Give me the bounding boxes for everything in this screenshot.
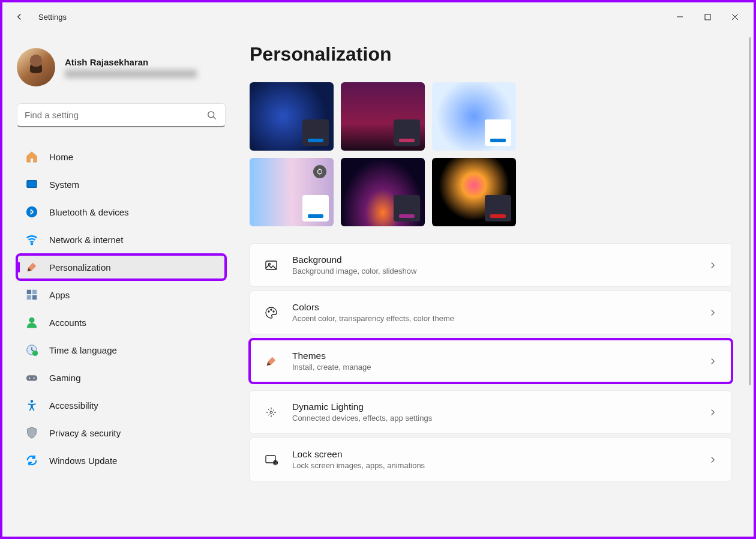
update-icon [25,454,38,467]
setting-themes[interactable]: Themes Install, create, manage [250,339,732,383]
sidebar-item-accounts[interactable]: Accounts [17,310,226,335]
back-button[interactable] [7,5,31,29]
main-content: Personalization Background Background im… [230,31,754,537]
user-name: Atish Rajasekharan [65,57,197,67]
setting-colors[interactable]: Colors Accent color, transparency effect… [250,291,732,334]
maximize-button[interactable] [694,7,721,26]
user-email-redacted [65,70,197,78]
svg-point-25 [271,309,272,310]
chevron-right-icon [707,407,718,418]
maximize-icon [704,14,711,20]
setting-desc: Background image, color, slideshow [292,266,694,276]
sidebar-item-label: Gaming [49,373,81,383]
svg-point-19 [34,378,35,379]
wifi-icon [25,233,38,246]
setting-text: Dynamic Lighting Connected devices, effe… [292,402,694,423]
svg-point-4 [208,111,214,117]
setting-desc: Install, create, manage [292,363,694,372]
svg-rect-13 [32,295,37,300]
arrow-left-icon [14,11,25,22]
svg-rect-1 [705,14,710,20]
sidebar-item-bluetooth[interactable]: Bluetooth & devices [17,199,226,224]
sidebar-item-label: Accessibility [49,400,98,411]
picture-icon [263,257,279,273]
chevron-right-icon [707,260,718,271]
window-controls [666,7,749,26]
setting-dynamic-lighting[interactable]: Dynamic Lighting Connected devices, effe… [250,390,732,434]
sidebar-item-privacy[interactable]: Privacy & security [17,420,226,445]
theme-tile-windows-light-blue[interactable] [432,82,516,151]
theme-tile-flow-dark[interactable] [432,158,516,226]
chevron-right-icon [707,307,718,318]
sidebar-item-label: Windows Update [49,456,117,466]
svg-point-20 [31,400,34,403]
gaming-icon [25,371,38,384]
setting-background[interactable]: Background Background image, color, slid… [250,243,732,287]
svg-point-23 [269,263,271,265]
setting-desc: Accent color, transparency effects, colo… [292,314,694,323]
svg-line-5 [214,116,216,119]
bluetooth-icon [25,205,38,218]
sidebar-item-time[interactable]: Time & language [17,337,226,363]
sidebar-item-apps[interactable]: Apps [17,282,226,307]
minimize-button[interactable] [666,7,694,26]
sidebar-item-system[interactable]: System [17,172,226,197]
setting-title: Themes [292,351,694,361]
setting-title: Colors [292,302,694,313]
time-icon [25,343,38,357]
apps-icon [25,288,38,301]
svg-point-8 [26,206,37,217]
sidebar-item-wifi[interactable]: Network & internet [17,227,226,252]
privacy-icon [25,426,38,439]
theme-tile-glow-magenta[interactable] [341,82,425,151]
setting-desc: Connected devices, effects, app settings [292,414,694,423]
setting-text: Background Background image, color, slid… [292,254,694,276]
svg-point-9 [31,243,32,244]
sidebar-item-label: Time & language [49,345,117,355]
user-profile[interactable]: Atish Rajasekharan [17,48,230,86]
theme-tile-sunrise-dark[interactable] [341,158,425,226]
sidebar-item-label: Accounts [49,318,86,328]
svg-rect-11 [32,290,37,294]
search-input[interactable] [25,110,206,120]
theme-preview-accent [302,195,329,221]
search-box[interactable] [17,103,226,127]
sidebar-item-label: Personalization [49,262,111,273]
palette-icon [263,305,279,321]
setting-text: Lock screen Lock screen images, apps, an… [292,449,694,470]
svg-rect-12 [27,295,31,300]
home-icon [25,150,38,163]
theme-preview-accent [485,195,511,221]
window-title: Settings [38,13,67,22]
search-icon [206,109,218,121]
sidebar-item-label: Bluetooth & devices [49,207,129,217]
system-icon [25,178,38,191]
svg-rect-17 [26,375,37,381]
avatar [17,48,55,86]
theme-tile-spotlight-collage[interactable] [250,158,334,226]
sidebar: Atish Rajasekharan Home System Bluetooth… [2,31,230,537]
svg-rect-6 [27,181,37,188]
sidebar-item-accessibility[interactable]: Accessibility [17,393,226,418]
sidebar-item-home[interactable]: Home [17,144,226,169]
setting-text: Colors Accent color, transparency effect… [292,302,694,323]
setting-title: Dynamic Lighting [292,402,694,412]
lockscreen-icon [263,452,279,468]
setting-title: Background [292,254,694,265]
brush-icon [25,260,38,274]
close-button[interactable] [721,7,749,26]
sidebar-item-brush[interactable]: Personalization [17,254,226,280]
svg-point-16 [32,351,38,356]
chevron-right-icon [707,454,718,465]
sparkle-icon [263,405,279,420]
sidebar-item-update[interactable]: Windows Update [17,448,226,473]
titlebar: Settings [2,2,754,31]
setting-lock-screen[interactable]: Lock screen Lock screen images, apps, an… [250,438,732,481]
theme-tile-windows-dark-blue[interactable] [250,82,334,151]
sidebar-item-gaming[interactable]: Gaming [17,365,226,390]
svg-point-26 [273,311,274,312]
theme-preview-accent [394,195,420,221]
svg-rect-10 [27,290,31,294]
sidebar-item-label: Apps [49,290,70,300]
scrollbar[interactable] [749,37,751,385]
